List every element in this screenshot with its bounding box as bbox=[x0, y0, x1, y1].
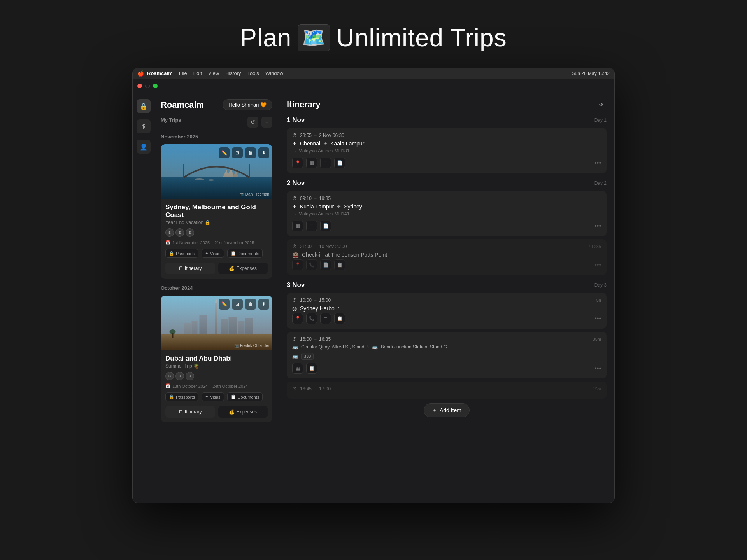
more-action-harbour[interactable]: ••• bbox=[594, 315, 601, 322]
pin-action-harbour[interactable]: 📍 bbox=[292, 313, 303, 324]
menu-history[interactable]: History bbox=[225, 70, 241, 76]
flight-airline-1: → Malaysia Airlines MH181 bbox=[292, 148, 601, 154]
arrow-icon-harbour: → bbox=[313, 298, 317, 303]
plus-icon: ＋ bbox=[432, 407, 437, 414]
clipboard-action-bus[interactable]: 📋 bbox=[306, 363, 317, 374]
flight-route-2: ✈ Kuala Lampur ✈ Sydney bbox=[292, 203, 601, 210]
app-logo-title: Roamcalm bbox=[161, 100, 204, 110]
expenses-icon: 💰 bbox=[229, 266, 235, 271]
hero-section: Plan 🗺️ Unlimited Trips bbox=[0, 0, 747, 68]
panel-header: Roamcalm Hello Shrihari 🧡 bbox=[161, 99, 272, 110]
grid-action-2[interactable]: ▦ bbox=[292, 220, 303, 231]
avatar-3: S bbox=[186, 228, 194, 237]
itinerary-tab-sydney[interactable]: 🗒 Itinerary bbox=[165, 262, 215, 274]
trip-links-dubai: 🔒 Passports ✦ Visas 📋 Documents bbox=[165, 392, 268, 401]
arrow-icon: → bbox=[313, 133, 317, 138]
pin-action-hotel[interactable]: 📍 bbox=[292, 259, 303, 270]
passports-link-sydney[interactable]: 🔒 Passports bbox=[165, 249, 198, 258]
from-icon: 🚌 bbox=[292, 344, 298, 350]
menu-window[interactable]: Window bbox=[265, 70, 283, 76]
hero-title: Plan 🗺️ Unlimited Trips bbox=[0, 23, 747, 52]
download-trip-sydney[interactable]: ⬇ bbox=[258, 147, 269, 158]
hotel-name: 🏨 Check-in at The Jensen Potts Point bbox=[292, 252, 601, 258]
edit-trip-sydney[interactable]: ✏️ bbox=[219, 147, 230, 158]
documents-link-sydney[interactable]: 📋 Documents bbox=[227, 249, 263, 258]
copy-trip-sydney[interactable]: ⊡ bbox=[232, 147, 243, 158]
avatar-2: S bbox=[175, 228, 184, 237]
add-trip-button[interactable]: + bbox=[261, 117, 272, 128]
square-action-2[interactable]: ◻ bbox=[306, 220, 317, 231]
passports-link-dubai[interactable]: 🔒 Passports bbox=[165, 392, 198, 401]
sidebar-item-passport[interactable]: 🔒 bbox=[137, 99, 151, 113]
trip-info-dubai: Dubai and Abu Dhabi Summer Trip 🌴 S S S … bbox=[161, 350, 272, 422]
pin-action[interactable]: 📍 bbox=[292, 158, 303, 168]
minimize-button[interactable] bbox=[145, 84, 150, 88]
clipboard-action-hotel[interactable]: 📋 bbox=[334, 259, 345, 270]
grid-action[interactable]: ▦ bbox=[306, 158, 317, 168]
expenses-tab-sydney[interactable]: 💰 Expenses bbox=[218, 262, 268, 274]
bus-number: 333 bbox=[301, 353, 314, 360]
expenses-tab-dubai[interactable]: 💰 Expenses bbox=[218, 406, 268, 418]
more-action-hotel[interactable]: ••• bbox=[594, 261, 601, 268]
photo-credit-dubai: 📷 Fredrik Ohlander bbox=[234, 343, 269, 348]
documents-link-dubai[interactable]: 📋 Documents bbox=[227, 392, 263, 401]
menu-file[interactable]: File bbox=[179, 70, 187, 76]
arrow-icon-hotel: → bbox=[313, 244, 317, 249]
trip-name-dubai: Dubai and Abu Dhabi bbox=[165, 355, 268, 362]
more-action-2[interactable]: ••• bbox=[594, 222, 601, 229]
phone-action-hotel[interactable]: 📞 bbox=[306, 259, 317, 270]
menu-view[interactable]: View bbox=[208, 70, 219, 76]
day-section-3: 3 Nov Day 3 ⏱ 10:00 → 15:00 5h bbox=[287, 281, 607, 422]
refresh-trips-button[interactable]: ↺ bbox=[247, 117, 258, 128]
doc-action[interactable]: 📄 bbox=[334, 158, 345, 168]
day-1-date: 1 Nov bbox=[287, 116, 305, 124]
airline-icon-2: → bbox=[292, 211, 297, 217]
calendar-icon-dubai: 📅 bbox=[165, 383, 171, 388]
close-button[interactable] bbox=[137, 84, 142, 88]
sidebar-item-dollar[interactable]: $ bbox=[137, 119, 151, 133]
more-action-bus[interactable]: ••• bbox=[594, 365, 601, 372]
trip-name-sydney: Sydney, Melbourne and Gold Coast bbox=[165, 203, 268, 219]
hotel-actions: 📍 📞 📄 📋 ••• bbox=[292, 259, 601, 270]
section-november-2025: November 2025 bbox=[161, 134, 272, 279]
visas-link-sydney[interactable]: ✦ Visas bbox=[202, 249, 224, 258]
menu-bar: 🍎 Roamcalm File Edit View History Tools … bbox=[133, 68, 614, 79]
more-action-1[interactable]: ••• bbox=[594, 159, 601, 166]
grid-action-bus[interactable]: ▦ bbox=[292, 363, 303, 374]
flight-actions-1: 📍 ▦ ◻ 📄 ••• bbox=[292, 158, 601, 168]
visas-link-dubai[interactable]: ✦ Visas bbox=[202, 392, 224, 401]
square-action-harbour[interactable]: ◻ bbox=[320, 313, 331, 324]
day-section-1: 1 Nov Day 1 ⏱ 23:55 → 2 Nov 06:30 ✈ bbox=[287, 116, 607, 173]
itinerary-tab-dubai[interactable]: 🗒 Itinerary bbox=[165, 406, 215, 418]
square-action[interactable]: ◻ bbox=[320, 158, 331, 168]
copy-trip-dubai[interactable]: ⊡ bbox=[232, 299, 243, 310]
clock-icon-harbour: ⏱ bbox=[292, 298, 297, 303]
hotel-time-row: ⏱ 21:00 → 10 Nov 20:00 7d 23h bbox=[292, 244, 601, 249]
greeting-button[interactable]: Hello Shrihari 🧡 bbox=[223, 99, 272, 110]
download-trip-dubai[interactable]: ⬇ bbox=[258, 299, 269, 310]
menu-right: Sun 26 May 16:42 bbox=[572, 71, 610, 76]
sidebar-item-person[interactable]: 👤 bbox=[137, 140, 151, 154]
menu-edit[interactable]: Edit bbox=[193, 70, 202, 76]
delete-trip-dubai[interactable]: 🗑 bbox=[245, 299, 256, 310]
trip-info-sydney: Sydney, Melbourne and Gold Coast Year En… bbox=[161, 199, 272, 279]
clipboard-action-harbour[interactable]: 📋 bbox=[334, 313, 345, 324]
app-body: 🔒 $ 👤 Roamcalm Hello Shrihari 🧡 My Trips… bbox=[133, 93, 614, 503]
harbour-time: 10:00 → 15:00 bbox=[300, 298, 331, 303]
menu-app-name: Roamcalm bbox=[147, 70, 173, 76]
doc-action-2[interactable]: 📄 bbox=[320, 220, 331, 231]
harbour-time-row: ⏱ 10:00 → 15:00 5h bbox=[292, 298, 601, 303]
bus-route-row: 🚌 Circular Quay, Alfred St, Stand B 🚌 Bo… bbox=[292, 344, 601, 350]
edit-trip-dubai[interactable]: ✏️ bbox=[219, 299, 230, 310]
delete-trip-sydney[interactable]: 🗑 bbox=[245, 147, 256, 158]
phone-action-harbour[interactable]: 📞 bbox=[306, 313, 317, 324]
add-item-button[interactable]: ＋ Add Item bbox=[424, 403, 470, 417]
doc-action-hotel[interactable]: 📄 bbox=[320, 259, 331, 270]
itin-card-bus: ⏱ 16:00 → 16:35 35m 🚌 Circular Quay, Alf… bbox=[287, 332, 607, 378]
avatar-1: S bbox=[165, 228, 174, 237]
expenses-icon-dubai: 💰 bbox=[229, 409, 235, 415]
itinerary-refresh-button[interactable]: ↺ bbox=[596, 99, 607, 110]
trip-subtitle-dubai: Summer Trip 🌴 bbox=[165, 363, 268, 369]
maximize-button[interactable] bbox=[153, 84, 158, 88]
menu-tools[interactable]: Tools bbox=[247, 70, 259, 76]
